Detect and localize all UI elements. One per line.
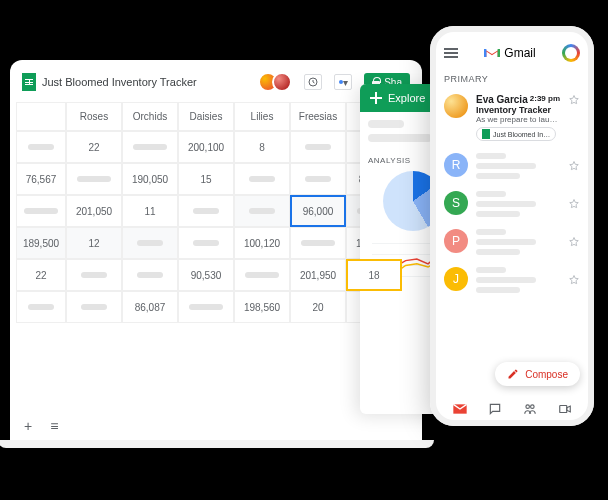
star-icon[interactable] (568, 94, 580, 106)
nav-spaces-icon[interactable] (521, 402, 539, 416)
svg-point-1 (525, 405, 529, 409)
email-row-placeholder[interactable]: S (442, 185, 582, 223)
cell[interactable] (178, 227, 234, 259)
sheets-header: Just Bloomed Inventory Tracker ▾ Sha (16, 72, 416, 102)
cell[interactable]: 200,100 (178, 131, 234, 163)
sender-avatar: S (444, 191, 468, 215)
placeholder-line (368, 134, 432, 142)
sheets-logo-icon (22, 73, 36, 91)
gmail-m-icon (484, 47, 500, 59)
cell[interactable]: 11 (122, 195, 178, 227)
email-row-placeholder[interactable]: P (442, 223, 582, 261)
svg-rect-3 (559, 406, 566, 413)
cell[interactable]: 190,050 (122, 163, 178, 195)
spreadsheet-grid[interactable]: Roses Orchids Daisies Lilies Freesias Tu… (16, 102, 416, 323)
primary-tab[interactable]: PRIMARY (442, 70, 582, 90)
cell[interactable] (16, 291, 66, 323)
cell[interactable] (66, 163, 122, 195)
cell[interactable]: 201,050 (66, 195, 122, 227)
nav-meet-icon[interactable] (556, 402, 574, 416)
email-row-placeholder[interactable]: R (442, 147, 582, 185)
compose-button[interactable]: Compose (495, 362, 580, 386)
gmail-header: Gmail (442, 44, 582, 70)
all-sheets-button[interactable]: ≡ (50, 418, 58, 434)
cell[interactable] (178, 195, 234, 227)
gmail-bottom-nav (442, 402, 582, 416)
cell[interactable]: 8 (234, 131, 290, 163)
cell[interactable] (66, 291, 122, 323)
cell[interactable]: 22 (66, 131, 122, 163)
cell[interactable]: 20 (290, 291, 346, 323)
cell[interactable] (178, 291, 234, 323)
corner-cell (16, 102, 66, 131)
sender-avatar (444, 94, 468, 118)
add-sheet-button[interactable]: + (24, 418, 32, 434)
column-header[interactable]: Freesias (290, 102, 346, 131)
cell[interactable]: 76,567 (16, 163, 66, 195)
explore-icon (370, 92, 382, 104)
cell[interactable]: 90,530 (178, 259, 234, 291)
cell[interactable] (122, 227, 178, 259)
email-snippet: As we prepare to launch the… (476, 115, 560, 124)
sheet-tabs: + ≡ (24, 418, 58, 434)
nav-mail-icon[interactable] (451, 402, 469, 416)
sheets-title[interactable]: Just Bloomed Inventory Tracker (42, 76, 252, 88)
cell[interactable] (290, 227, 346, 259)
cell[interactable] (234, 163, 290, 195)
sender-name: Eva Garcia (476, 94, 528, 105)
column-header[interactable]: Orchids (122, 102, 178, 131)
star-icon[interactable] (568, 198, 580, 210)
cell[interactable] (16, 195, 66, 227)
sender-avatar: J (444, 267, 468, 291)
cell-collaborator-cursor[interactable]: 18 (346, 259, 402, 291)
column-header[interactable]: Roses (66, 102, 122, 131)
sender-avatar: R (444, 153, 468, 177)
cell[interactable] (290, 131, 346, 163)
cell[interactable]: 86,087 (122, 291, 178, 323)
sender-avatar: P (444, 229, 468, 253)
compose-icon (507, 368, 519, 380)
cell[interactable]: 189,500 (16, 227, 66, 259)
column-header[interactable]: Daisies (178, 102, 234, 131)
cell[interactable] (234, 259, 290, 291)
placeholder-line (368, 120, 404, 128)
explore-title: Explore (388, 92, 425, 104)
cell[interactable]: 22 (16, 259, 66, 291)
email-time: 2:39 pm (530, 94, 560, 105)
cell[interactable] (290, 163, 346, 195)
star-icon[interactable] (568, 274, 580, 286)
cell[interactable]: 12 (66, 227, 122, 259)
menu-icon[interactable] (444, 48, 458, 58)
cell[interactable]: 15 (178, 163, 234, 195)
star-icon[interactable] (568, 160, 580, 172)
svg-point-2 (530, 405, 534, 409)
cell[interactable] (234, 195, 290, 227)
account-avatar[interactable] (562, 44, 580, 62)
laptop-base (0, 440, 434, 448)
cell[interactable] (122, 131, 178, 163)
email-row-placeholder[interactable]: J (442, 261, 582, 299)
cell-selected[interactable]: 96,000 (290, 195, 346, 227)
email-subject: Inventory Tracker (476, 105, 560, 115)
email-row[interactable]: Eva Garcia 2:39 pm Inventory Tracker As … (442, 90, 582, 147)
gmail-brand: Gmail (504, 46, 535, 60)
compose-label: Compose (525, 369, 568, 380)
attachment-chip[interactable]: Just Bloomed In… (476, 127, 556, 141)
sheets-chip-icon (482, 129, 490, 139)
column-header[interactable]: Lilies (234, 102, 290, 131)
history-button[interactable] (304, 74, 322, 90)
cell[interactable]: 201,950 (290, 259, 346, 291)
cell[interactable]: 198,560 (234, 291, 290, 323)
cell[interactable]: 100,120 (234, 227, 290, 259)
nav-chat-icon[interactable] (486, 402, 504, 416)
comment-button[interactable]: ▾ (334, 74, 352, 90)
avatar[interactable] (272, 72, 292, 92)
cell[interactable] (66, 259, 122, 291)
collaborator-avatars[interactable] (258, 72, 292, 92)
cell[interactable] (122, 259, 178, 291)
cell[interactable] (16, 131, 66, 163)
attachment-name: Just Bloomed In… (493, 131, 550, 138)
star-icon[interactable] (568, 236, 580, 248)
gmail-phone: Gmail PRIMARY Eva Garcia 2:39 pm Invento… (430, 26, 594, 426)
gmail-logo: Gmail (484, 46, 535, 60)
